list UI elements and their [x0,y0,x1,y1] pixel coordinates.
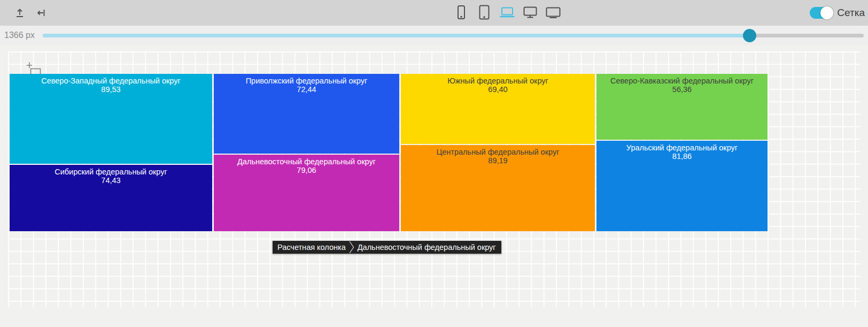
tile-label: Северо-Западный федеральный округ [10,77,212,85]
tooltip-field-value: Дальневосточный федеральный округ [354,243,501,252]
treemap-tile-centralny[interactable]: Центральный федеральный округ 89,19 [401,145,595,231]
device-laptop-button[interactable] [498,4,516,22]
treemap-visual: Северо-Западный федеральный округ 89,53 … [10,74,768,231]
tile-value: 81,86 [596,152,768,161]
tile-value: 56,36 [596,85,768,94]
tile-label: Южный федеральный округ [401,77,595,85]
device-tv-button[interactable] [544,4,562,22]
toolbar: Сетка [0,0,868,26]
collapse-left-icon [36,7,46,18]
treemap-tile-dalnevostochny[interactable]: Дальневосточный федеральный округ 79,06 [214,155,399,231]
grid-toggle[interactable] [810,7,832,19]
toggle-knob [820,6,833,19]
treemap-tile-yuzhny[interactable]: Южный федеральный округ 69,40 [401,74,595,144]
tile-value: 69,40 [401,85,595,94]
tile-value: 89,19 [401,156,595,165]
tile-label: Сибирский федеральный округ [10,168,212,176]
phone-icon [455,5,467,21]
tile-value: 79,06 [214,166,399,174]
treemap-tile-uralsky[interactable]: Уральский федеральный округ 81,86 [596,141,768,231]
upload-button[interactable] [11,4,29,22]
upload-icon [14,7,25,18]
tile-value: 72,44 [214,85,399,94]
desktop-monitor-icon [522,6,538,20]
report-canvas: Северо-Западный федеральный округ 89,53 … [0,45,868,327]
device-desktop-button[interactable] [521,4,539,22]
tile-label: Северо-Кавказский федеральный округ [596,77,768,85]
tooltip-field-name: Расчетная колонка [273,243,349,252]
width-slider-handle[interactable] [743,29,756,42]
tile-label: Приволжский федеральный округ [214,77,399,85]
laptop-icon [499,6,516,20]
grid-toggle-group: Сетка [810,0,865,26]
chevron-right-icon [349,241,354,254]
device-phone-button[interactable] [452,4,470,22]
treemap-tile-sibirsky[interactable]: Сибирский федеральный округ 74,43 [10,165,212,231]
grid-toggle-label: Сетка [837,7,865,19]
device-preview-switcher [452,4,562,22]
tv-icon [545,6,561,20]
treemap-tile-severo-kavkazsky[interactable]: Северо-Кавказский федеральный округ 56,3… [596,74,768,140]
treemap-tile-severo-zapadny[interactable]: Северо-Западный федеральный округ 89,53 [10,74,212,164]
tile-value: 89,53 [10,85,212,94]
collapse-left-button[interactable] [32,4,50,22]
width-slider-fill [43,34,749,37]
treemap-tooltip: Расчетная колонка Дальневосточный федера… [273,241,501,254]
tablet-icon [478,5,491,21]
tile-label: Дальневосточный федеральный округ [214,157,399,166]
width-slider-row: 1366 px [0,26,868,45]
tile-value: 74,43 [10,176,212,185]
width-value-label: 1366 px [4,31,35,40]
tile-label: Уральский федеральный округ [596,143,768,152]
treemap-tile-privolzhsky[interactable]: Приволжский федеральный округ 72,44 [214,74,399,154]
device-tablet-button[interactable] [475,4,493,22]
tile-label: Центральный федеральный округ [401,148,595,156]
width-slider-track[interactable] [43,34,864,37]
